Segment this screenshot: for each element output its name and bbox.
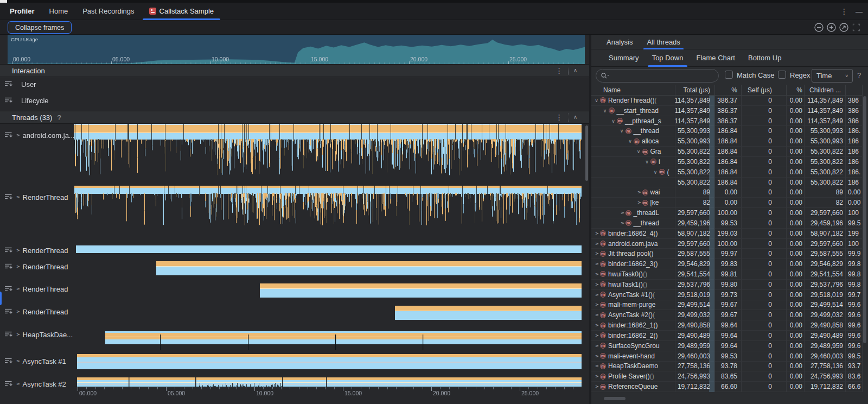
table-row[interactable]: ∨m_threadL29,597,660100.0000.0029,597,66… — [591, 208, 863, 218]
chevron-down-icon[interactable]: ∨ — [593, 98, 599, 103]
table-row[interactable]: ∨mReferenceQueue19,712,83266.6000.0019,7… — [591, 382, 863, 392]
column-header[interactable]: % — [715, 85, 742, 95]
chevron-right-icon[interactable]: ∨ — [594, 343, 599, 349]
chevron-down-icon[interactable]: ∨ — [619, 128, 625, 134]
table-row[interactable]: ∨mAsyncTask #1() (29,518,01999.7300.0029… — [591, 290, 863, 300]
more-options-icon[interactable]: ⋮ — [840, 8, 848, 15]
chevron-right-icon[interactable]: ∨ — [594, 384, 599, 390]
thread-track-chart[interactable] — [74, 281, 582, 303]
match-case-checkbox[interactable] — [725, 71, 733, 79]
chevron-right-icon[interactable]: ∨ — [619, 220, 624, 226]
chevron-right-icon[interactable]: ∨ — [594, 292, 599, 298]
cpu-usage-canvas[interactable] — [8, 35, 585, 64]
table-row[interactable]: ∨m__start_thread114,357,849386.3700.0011… — [591, 106, 863, 116]
drag-handle-icon[interactable] — [4, 130, 12, 140]
expand-thread-icon[interactable]: ∨ — [15, 195, 21, 199]
filter-help-icon[interactable]: ? — [857, 71, 861, 79]
table-row[interactable]: ∨mmali-mem-purge29,499,51499.6700.0029,4… — [591, 300, 863, 311]
interaction-menu-icon[interactable]: ⋮ — [556, 67, 563, 74]
chevron-right-icon[interactable]: ∨ — [594, 271, 599, 277]
thread-track-chart[interactable] — [74, 325, 582, 350]
expand-thread-icon[interactable]: ∨ — [15, 134, 21, 137]
chevron-right-icon[interactable]: ∨ — [594, 261, 599, 267]
search-input[interactable] — [596, 69, 719, 83]
chevron-down-icon[interactable]: ∨ — [602, 108, 608, 113]
table-row[interactable]: ∨mandroid.com.java29,597,660100.0000.002… — [591, 239, 863, 249]
column-header[interactable]: Self (µs) — [742, 85, 787, 95]
chevron-right-icon[interactable]: ∨ — [594, 312, 599, 318]
thread-track-chart[interactable] — [74, 124, 582, 185]
expand-thread-icon[interactable]: ∨ — [15, 249, 21, 252]
interaction-row-lifecycle[interactable]: Lifecycle — [0, 92, 589, 109]
table-row[interactable]: ∨mAsyncTask #2() (29,499,03299.6700.0029… — [591, 310, 863, 320]
chevron-right-icon[interactable]: ∨ — [636, 190, 641, 195]
thread-track-label[interactable]: ∨RenderThread — [0, 307, 68, 317]
threads-collapse-icon[interactable]: ∨ — [573, 115, 577, 121]
table-row[interactable]: 55,300,822186.8400.0055,300,822186 — [591, 178, 863, 188]
expand-thread-icon[interactable]: ∨ — [15, 382, 21, 386]
interaction-section-header[interactable]: Interaction ⋮ ∨ — [0, 64, 589, 77]
tab-callstack-sample[interactable]: Callstack Sample — [149, 3, 214, 20]
table-row[interactable]: ∨mJit thread pool()29,587,55599.9700.002… — [591, 249, 863, 259]
table-row[interactable]: ∨mbinder:16862_3()29,546,82999.8300.0029… — [591, 259, 863, 269]
tab-top-down[interactable]: Top Down — [652, 49, 684, 67]
table-row[interactable]: ∨mi55,300,822186.8400.0055,300,822186 — [591, 157, 863, 167]
thread-track-chart[interactable] — [74, 303, 582, 325]
thread-track-chart[interactable] — [74, 242, 582, 258]
chevron-right-icon[interactable]: ∨ — [619, 210, 624, 216]
table-row[interactable]: ∨m(55,300,822186.8400.0055,300,822186. — [591, 167, 863, 178]
table-row[interactable]: ∨mGra55,300,822186.8400.0055,300,822186 — [591, 147, 863, 157]
column-header[interactable]: Total (µs) — [675, 85, 715, 95]
table-row[interactable]: ∨mwai890.0000.00890.00 — [591, 187, 863, 198]
chevron-right-icon[interactable]: ∨ — [594, 363, 599, 369]
drag-handle-icon[interactable] — [4, 262, 12, 272]
chevron-right-icon[interactable]: ∨ — [594, 230, 599, 236]
thread-track-chart[interactable] — [74, 258, 582, 281]
table-row[interactable]: ∨mhwuiTask0() ()29,541,55499.8100.0029,5… — [591, 269, 863, 280]
threads-section-header[interactable]: Threads (33) ? ⋮ ∨ — [0, 111, 589, 124]
drag-handle-icon[interactable] — [4, 330, 12, 339]
chevron-right-icon[interactable]: ∨ — [594, 374, 599, 380]
thread-track-label[interactable]: ∨AsyncTask #2 — [0, 379, 66, 389]
chevron-down-icon[interactable]: ∨ — [644, 159, 650, 165]
cpu-usage-chart[interactable]: CPU Usage 00.00005.00010.00015.00020.000… — [8, 35, 585, 64]
tab-summary[interactable]: Summary — [609, 49, 639, 67]
chevron-right-icon[interactable]: ∨ — [594, 302, 599, 308]
chevron-right-icon[interactable]: ∨ — [594, 332, 599, 338]
table-row[interactable]: ∨mmali-event-hand29,460,00399.5300.0029,… — [591, 351, 863, 362]
table-row[interactable]: ∨mProfile Saver() ()24,756,99383.6500.00… — [591, 371, 863, 382]
thread-track-label[interactable]: ∨HeapTaskDae... — [0, 330, 73, 339]
chevron-down-icon[interactable]: ∨ — [627, 138, 633, 144]
chevron-right-icon[interactable]: ∨ — [594, 241, 599, 247]
tab-analysis[interactable]: Analysis — [607, 35, 633, 49]
table-row[interactable]: ∨mhwuiTask1() ()29,537,79699.8000.0029,5… — [591, 280, 863, 290]
zoom-in-icon[interactable] — [826, 22, 837, 33]
drag-handle-icon[interactable] — [4, 379, 12, 389]
drag-handle-icon[interactable] — [4, 307, 12, 317]
tab-flame-chart[interactable]: Flame Chart — [696, 49, 735, 67]
chevron-down-icon[interactable]: ∨ — [636, 149, 642, 154]
thread-track-chart[interactable] — [74, 375, 582, 387]
tab-past-recordings[interactable]: Past Recordings — [82, 3, 134, 20]
expand-thread-icon[interactable]: ∨ — [15, 287, 21, 291]
column-header[interactable]: Name — [591, 85, 675, 95]
drag-handle-icon[interactable] — [4, 284, 12, 294]
thread-track-label[interactable]: ∨AsyncTask #1 — [0, 356, 66, 366]
chevron-right-icon[interactable]: ∨ — [594, 323, 599, 329]
table-row[interactable]: ∨mRenderThread() (114,357,849386.3700.00… — [591, 96, 863, 106]
zoom-to-selection-icon[interactable] — [851, 22, 861, 33]
table-row[interactable]: ∨mSurfaceSyncGrou29,489,95999.6400.0029,… — [591, 341, 863, 351]
drag-handle-icon[interactable] — [4, 245, 12, 255]
thread-track-label[interactable]: ∨RenderThread — [0, 284, 68, 294]
thread-track-label[interactable]: ∨RenderThread — [0, 192, 68, 202]
chevron-down-icon[interactable]: ∨ — [653, 169, 659, 175]
expand-thread-icon[interactable]: ∨ — [15, 333, 21, 337]
clock-type-dropdown[interactable]: Time ∨ — [812, 69, 853, 83]
interaction-row-user[interactable]: User — [0, 76, 589, 92]
table-row[interactable]: ∨mbinder:16862_1()29,490,85899.6400.0029… — [591, 320, 863, 331]
thread-track-chart[interactable] — [74, 350, 582, 375]
threads-help-icon[interactable]: ? — [57, 113, 61, 122]
tab-all-threads[interactable]: All threads — [647, 35, 680, 49]
chevron-right-icon[interactable]: ∨ — [594, 251, 599, 257]
zoom-out-icon[interactable] — [814, 22, 824, 33]
